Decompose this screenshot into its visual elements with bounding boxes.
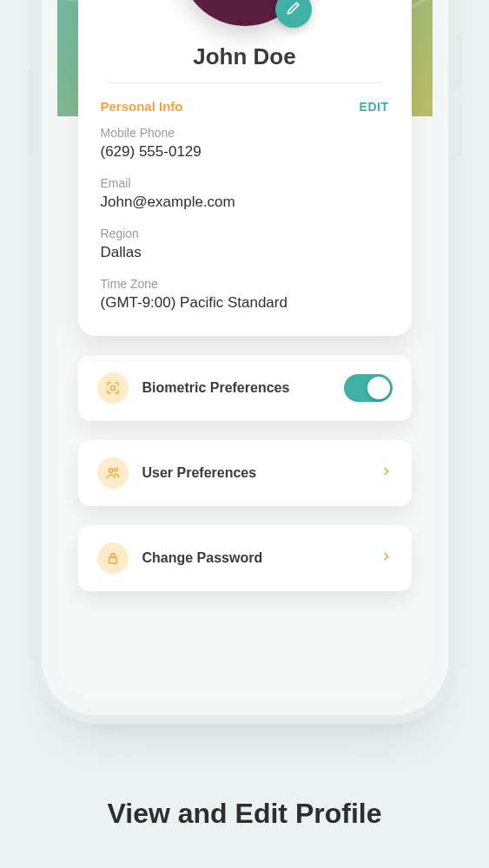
- chevron-right-icon: [380, 465, 393, 481]
- face-id-icon: [97, 372, 129, 404]
- field-email: Email John@example.com: [101, 176, 389, 211]
- svg-rect-3: [109, 557, 116, 563]
- phone-screen: John Doe Personal Info EDIT Mobile Phone…: [57, 0, 433, 700]
- pencil-icon: [285, 0, 302, 20]
- users-icon: [97, 457, 129, 489]
- field-value: (629) 555-0129: [101, 143, 389, 161]
- edit-avatar-button[interactable]: [275, 0, 312, 28]
- avatar-container: [180, 0, 310, 26]
- field-value: John@example.com: [101, 194, 389, 211]
- field-phone: Mobile Phone (629) 555-0129: [101, 126, 389, 161]
- field-value: (GMT-9:00) Pacific Standard: [101, 294, 389, 312]
- field-timezone: Time Zone (GMT-9:00) Pacific Standard: [101, 277, 389, 312]
- row-label: Change Password: [142, 550, 367, 566]
- field-label: Time Zone: [101, 277, 389, 291]
- field-label: Mobile Phone: [101, 126, 389, 140]
- personal-info-card: John Doe Personal Info EDIT Mobile Phone…: [78, 0, 412, 336]
- section-header: Personal Info EDIT: [101, 99, 389, 114]
- biometric-toggle[interactable]: [344, 374, 393, 402]
- divider: [108, 82, 382, 83]
- section-title: Personal Info: [101, 99, 183, 114]
- chevron-right-icon: [380, 550, 393, 566]
- svg-point-0: [110, 385, 115, 390]
- svg-point-2: [115, 469, 117, 471]
- field-label: Region: [101, 227, 389, 240]
- profile-name: John Doe: [101, 43, 389, 70]
- field-label: Email: [101, 176, 389, 190]
- page-caption: View and Edit Profile: [0, 798, 489, 830]
- row-label: User Preferences: [142, 465, 367, 481]
- field-value: Dallas: [101, 244, 389, 261]
- edit-button[interactable]: EDIT: [360, 100, 389, 114]
- lock-icon: [97, 542, 129, 574]
- row-biometric-preferences[interactable]: Biometric Preferences: [78, 355, 412, 421]
- row-label: Biometric Preferences: [142, 380, 330, 396]
- field-region: Region Dallas: [101, 227, 389, 261]
- row-user-preferences[interactable]: User Preferences: [78, 440, 412, 506]
- svg-point-1: [109, 469, 113, 473]
- phone-side-button: [28, 69, 33, 156]
- phone-frame: John Doe Personal Info EDIT Mobile Phone…: [45, 0, 445, 712]
- row-change-password[interactable]: Change Password: [78, 525, 412, 591]
